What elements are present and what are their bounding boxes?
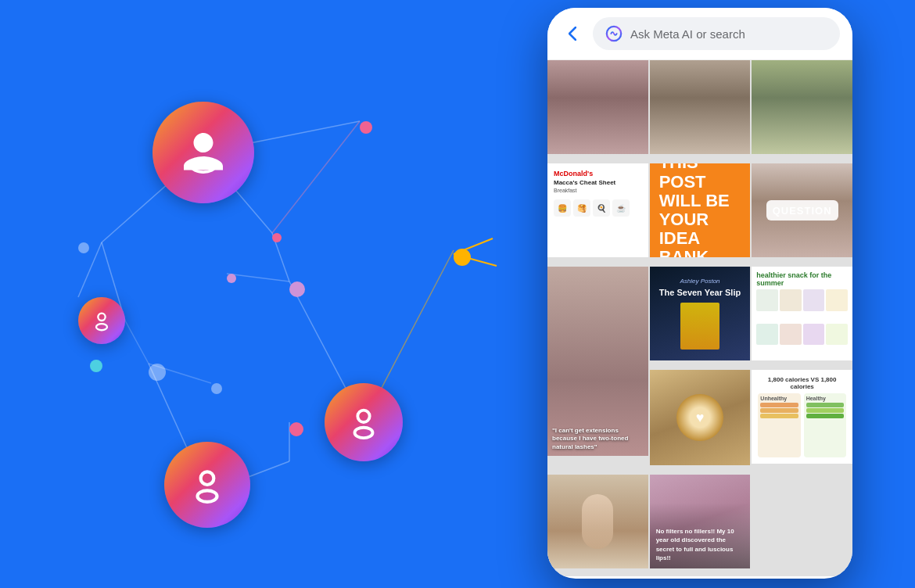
- book-title: The Seven Year Slip: [659, 288, 741, 298]
- calories-title: 1,800 calories VS 1,800 calories: [758, 376, 846, 390]
- person-icon-small: [91, 310, 113, 332]
- search-input-container[interactable]: Ask Meta AI or search: [593, 17, 840, 50]
- meta-ai-icon: [605, 25, 623, 42]
- grid-cell-idea-bank[interactable]: THIS POST WILL BE YOUR IDEA BANK.: [650, 163, 751, 257]
- cal-label-1: Unhealthy: [760, 396, 798, 401]
- grid-cell-belly[interactable]: [547, 475, 648, 568]
- person-icon-mid: [346, 404, 382, 440]
- snack-5: [756, 324, 778, 346]
- dot-6: [289, 422, 303, 436]
- cal-label-2: Healthy: [806, 396, 844, 401]
- grid-cell-book[interactable]: Ashley Poston The Seven Year Slip: [650, 267, 751, 360]
- grid-cell-coffee[interactable]: ♥: [650, 370, 751, 465]
- dot-10: [227, 274, 236, 283]
- macca-item-3: 🍳: [593, 199, 610, 217]
- girl-caption: "I can't get extensions because I have t…: [552, 427, 644, 451]
- cal-col-2: Healthy: [804, 393, 846, 457]
- snack-grid: [756, 289, 848, 356]
- macca-item-4: ☕: [612, 199, 630, 217]
- cal-bar-6: [806, 414, 844, 418]
- book-author: Ashley Poston: [680, 278, 719, 285]
- svg-point-17: [98, 314, 105, 321]
- question-badge: QUESTION: [766, 200, 838, 220]
- back-button[interactable]: [560, 21, 585, 46]
- person-icon: [180, 129, 227, 176]
- search-placeholder: Ask Meta AI or search: [630, 27, 745, 41]
- avatar-bottom-main[interactable]: [164, 442, 250, 528]
- snack-2: [780, 289, 802, 311]
- grid-cell-question[interactable]: QUESTION: [752, 163, 852, 257]
- avatar-main-top[interactable]: [152, 102, 254, 203]
- dot-1: [360, 121, 372, 134]
- grid-cell-snack[interactable]: healthier snack for the summer: [752, 267, 852, 360]
- grid-cell-macca[interactable]: McDonald's Macca's Cheat Sheet Breakfast…: [547, 163, 648, 257]
- heart-art: ♥: [696, 410, 705, 426]
- question-text: QUESTION: [773, 205, 832, 217]
- snack-8: [826, 324, 848, 346]
- cal-bar-1: [760, 403, 798, 407]
- avatar-mid-center[interactable]: [325, 383, 403, 461]
- dot-orange-right: [454, 249, 471, 266]
- macca-sub: Breakfast: [554, 188, 642, 193]
- svg-point-21: [201, 471, 214, 485]
- chevron-left-icon: [569, 27, 576, 41]
- coffee-visual: ♥: [650, 370, 751, 465]
- svg-point-20: [355, 428, 373, 438]
- book-cover: [680, 303, 719, 350]
- snack-title: healthier snack for the summer: [756, 271, 848, 287]
- grid-cell-portrait-girl[interactable]: "I can't get extensions because I have t…: [547, 267, 648, 456]
- coffee-cup: ♥: [676, 394, 723, 441]
- dot-7: [78, 242, 89, 253]
- grid-cell-portrait1[interactable]: [547, 60, 648, 154]
- avatar-small-left[interactable]: [78, 297, 125, 344]
- dot-teal: [90, 360, 102, 372]
- grid-cell-no-filters[interactable]: No filters no fillers!! My 10 year old d…: [650, 475, 751, 568]
- svg-point-18: [96, 324, 107, 330]
- cal-bar-3: [760, 414, 798, 418]
- svg-point-22: [198, 490, 217, 502]
- macca-title: Macca's Cheat Sheet: [554, 179, 642, 186]
- macca-items: 🍔 🥞 🍳 ☕: [554, 199, 642, 217]
- calories-comparison: Unhealthy Healthy: [758, 393, 846, 457]
- snack-7: [803, 324, 825, 346]
- snack-3: [803, 289, 825, 311]
- macca-item-2: 🥞: [573, 199, 590, 217]
- grid-cell-street[interactable]: [752, 60, 852, 154]
- cal-bar-2: [760, 408, 798, 413]
- dot-5: [211, 383, 222, 394]
- content-grid: McDonald's Macca's Cheat Sheet Breakfast…: [547, 60, 852, 576]
- grid-cell-calories[interactable]: 1,800 calories VS 1,800 calories Unhealt…: [752, 370, 852, 464]
- cal-bar-4: [806, 403, 844, 407]
- dot-4: [149, 364, 166, 381]
- cal-bar-5: [806, 408, 844, 413]
- snack-6: [780, 324, 802, 346]
- search-bar: Ask Meta AI or search: [547, 8, 852, 60]
- dot-2: [272, 233, 282, 242]
- no-filters-text: No filters no fillers!! My 10 year old d…: [656, 527, 745, 562]
- belly-shape: [582, 494, 613, 549]
- book-overlay: Ashley Poston The Seven Year Slip: [650, 267, 751, 360]
- belly-visual: [547, 475, 648, 568]
- phone-mockup: Ask Meta AI or search McDonald's Macca's…: [547, 8, 852, 579]
- macca-item-1: 🍔: [554, 199, 571, 217]
- snack-1: [756, 289, 778, 311]
- macca-logo: McDonald's: [554, 170, 642, 177]
- person-icon-bottom: [188, 465, 227, 504]
- svg-point-19: [357, 411, 369, 422]
- idea-bank-text: THIS POST WILL BE YOUR IDEA BANK.: [659, 163, 741, 257]
- dot-3: [289, 281, 305, 297]
- question-overlay: QUESTION: [752, 163, 852, 257]
- cal-col-1: Unhealthy: [758, 393, 800, 457]
- grid-cell-fashion[interactable]: [650, 60, 751, 154]
- no-filters-overlay: No filters no fillers!! My 10 year old d…: [650, 475, 751, 568]
- snack-4: [826, 289, 848, 311]
